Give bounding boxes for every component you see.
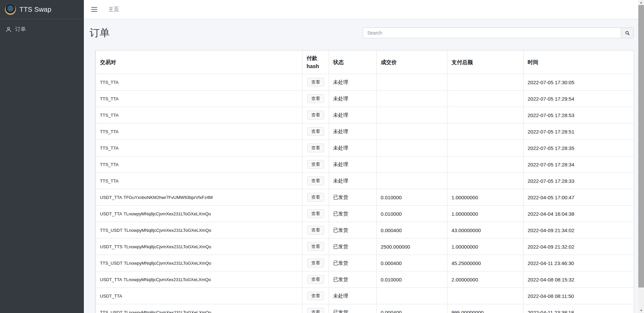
status-cell: 已发货 — [329, 255, 377, 271]
total-cell — [447, 140, 524, 156]
hash-button-cell: 查看 — [303, 156, 329, 173]
pair-cell: TTS_TTA — [96, 74, 303, 91]
scroll-up-icon[interactable]: ▲ — [638, 0, 644, 5]
total-cell — [447, 123, 524, 140]
status-cell: 未处理 — [329, 156, 377, 173]
price-cell — [377, 91, 447, 107]
total-cell — [447, 173, 524, 189]
table-row: TTS_USDTTLnowpyMNq8jcCjvmXex231LToGXeLXm… — [96, 255, 634, 271]
pair-cell: TTS_TTA — [96, 91, 303, 107]
hash-text: TLnowpyMNq8jcCjvmXex231LToGXeLXmQo — [124, 228, 211, 233]
view-button[interactable]: 查看 — [307, 144, 324, 152]
pair-cell: TTS_USDTTLnowpyMNq8jcCjvmXex231LToGXeLXm… — [96, 255, 303, 271]
view-button[interactable]: 查看 — [307, 242, 324, 251]
hash-text: TLnowpyMNq8jcCjvmXex231LToGXeLXmQo — [123, 277, 211, 282]
hash-button-cell: 查看 — [303, 74, 329, 91]
price-cell — [377, 123, 447, 140]
view-button[interactable]: 查看 — [307, 160, 324, 169]
status-cell: 未处理 — [329, 140, 377, 156]
view-button[interactable]: 查看 — [307, 94, 324, 103]
pair-cell: USDT_TTATFGuYxnboNKM2hwr7FvUMW93bprVfxFz… — [96, 189, 303, 206]
total-cell: 43.00000000 — [447, 222, 524, 239]
pair-cell: TTS_TTA — [96, 140, 303, 156]
view-button[interactable]: 查看 — [307, 127, 324, 136]
view-button[interactable]: 查看 — [307, 78, 324, 87]
table-row: USDT_TTA 查看 未处理 2022-04-08 08:11:50 — [96, 288, 634, 304]
total-cell — [447, 74, 524, 91]
price-cell — [377, 173, 447, 189]
search-input[interactable] — [363, 28, 621, 38]
status-cell: 未处理 — [329, 288, 377, 304]
view-button[interactable]: 查看 — [307, 275, 324, 284]
time-cell: 2022-04-11 23:38:18 — [524, 304, 634, 313]
total-cell: 2.00000000 — [447, 271, 524, 288]
time-cell: 2022-04-08 08:15:32 — [524, 271, 634, 288]
time-cell: 2022-04-11 23:46:30 — [524, 255, 634, 271]
pair-text: USDT_TTA — [100, 277, 122, 282]
view-button[interactable]: 查看 — [307, 259, 324, 267]
view-button[interactable]: 查看 — [307, 193, 324, 202]
status-cell: 未处理 — [329, 74, 377, 91]
price-cell: 0.010000 — [377, 189, 447, 206]
app-window: TTS Swap 订单 主页 订单 — [0, 0, 644, 313]
pair-text: TTS_TTA — [100, 178, 118, 184]
view-button[interactable]: 查看 — [307, 292, 324, 300]
table-row: TTS_USDTTLnowpyMNq8jcCjvmXex231LToGXeLXm… — [96, 222, 634, 239]
table-row: TTS_TTA 查看 未处理 2022-07-05 17:28:33 — [96, 173, 634, 189]
nav-link-home[interactable]: 主页 — [108, 6, 119, 13]
table-row: USDT_TTATFGuYxnboNKM2hwr7FvUMW93bprVfxFz… — [96, 189, 634, 206]
price-cell: 0.000400 — [377, 304, 447, 313]
hash-button-cell: 查看 — [303, 222, 329, 239]
sidebar-item-orders[interactable]: 订单 — [3, 22, 81, 36]
view-button[interactable]: 查看 — [307, 226, 324, 234]
content-header: 订单 — [84, 19, 644, 41]
total-cell — [447, 107, 524, 123]
content-body: 交易对 付款 hash 状态 成交价 支付总额 时间 TTS_TTA 查看 未处… — [84, 41, 644, 313]
sidebar-nav: 订单 — [0, 19, 84, 40]
time-cell: 2022-07-05 17:28:51 — [524, 123, 634, 140]
scrollbar-thumb[interactable] — [638, 5, 644, 288]
sidebar-item-label: 订单 — [15, 26, 26, 33]
time-cell: 2022-04-09 21:34:02 — [524, 222, 634, 239]
brand[interactable]: TTS Swap — [0, 0, 84, 19]
table-row: TTS_TTA 查看 未处理 2022-07-05 17:30:05 — [96, 74, 634, 91]
hash-text: TLnowpyMNq8jcCjvmXex231LToGXeLXmQo — [124, 310, 211, 313]
page-title: 订单 — [90, 26, 110, 40]
pair-cell: TTS_USDTTLnowpyMNq8jcCjvmXex231LToGXeLXm… — [96, 222, 303, 239]
pair-cell: USDT_TTSTLnowpyMNq8jcCjvmXex231LToGXeLXm… — [96, 239, 303, 255]
pair-text: TTS_TTA — [100, 96, 118, 101]
header-time: 时间 — [524, 51, 634, 74]
main-area: 主页 订单 — [84, 0, 644, 313]
table-body: TTS_TTA 查看 未处理 2022-07-05 17:30:05 TTS_T… — [96, 74, 634, 313]
price-cell: 0.010000 — [377, 206, 447, 222]
view-button[interactable]: 查看 — [307, 176, 324, 185]
hash-text: TLnowpyMNq8jcCjvmXex231LToGXeLXmQo — [124, 244, 211, 249]
view-button[interactable]: 查看 — [307, 308, 324, 313]
total-cell — [447, 156, 524, 173]
vertical-scrollbar[interactable]: ▲ ▼ — [638, 0, 644, 313]
scroll-down-icon[interactable]: ▼ — [638, 308, 644, 313]
status-cell: 已发货 — [329, 239, 377, 255]
pair-cell: TTS_TTA — [96, 156, 303, 173]
status-cell: 未处理 — [329, 123, 377, 140]
search-button[interactable] — [621, 28, 634, 38]
header-pair: 交易对 — [96, 51, 303, 74]
top-navbar: 主页 — [84, 0, 644, 19]
table-row: TTS_TTA 查看 未处理 2022-07-05 17:29:54 — [96, 91, 634, 107]
price-cell — [377, 288, 447, 304]
header-total: 支付总额 — [447, 51, 524, 74]
price-cell — [377, 107, 447, 123]
view-button[interactable]: 查看 — [307, 209, 324, 218]
total-cell: 1.00000000 — [447, 206, 524, 222]
total-cell — [447, 288, 524, 304]
time-cell: 2022-07-05 17:28:53 — [524, 107, 634, 123]
pair-text: TTS_TTA — [100, 162, 118, 167]
brand-title: TTS Swap — [19, 6, 51, 13]
hamburger-icon[interactable] — [91, 7, 97, 12]
table-row: USDT_TTSTLnowpyMNq8jcCjvmXex231LToGXeLXm… — [96, 239, 634, 255]
header-price: 成交价 — [377, 51, 447, 74]
view-button[interactable]: 查看 — [307, 111, 324, 119]
time-cell: 2022-07-05 17:28:34 — [524, 156, 634, 173]
orders-table: 交易对 付款 hash 状态 成交价 支付总额 时间 TTS_TTA 查看 未处… — [96, 50, 634, 313]
time-cell: 2022-04-08 08:11:50 — [524, 288, 634, 304]
